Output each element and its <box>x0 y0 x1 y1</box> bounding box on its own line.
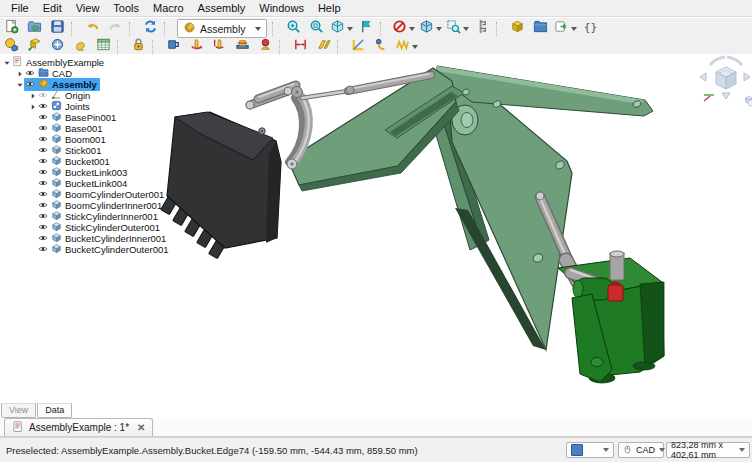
menu-view[interactable]: View <box>69 1 107 15</box>
expander-icon[interactable] <box>15 70 24 78</box>
open-document-button[interactable] <box>24 20 45 38</box>
status-bar: Preselected: AssemblyExample.Assembly.Bu… <box>0 437 752 462</box>
panel-tab-data[interactable]: Data <box>37 403 72 418</box>
visibility-eye-icon[interactable] <box>38 244 48 256</box>
joint-parallel-button[interactable] <box>313 38 334 56</box>
tree-item-assembly[interactable]: Assembly <box>2 79 197 90</box>
render-style-dropdown[interactable] <box>566 442 614 458</box>
toolbar-separator <box>337 40 345 54</box>
draw-style-button[interactable] <box>391 20 416 38</box>
part-icon <box>51 243 62 256</box>
redo-button[interactable] <box>105 20 126 38</box>
tab-close-icon[interactable]: ✕ <box>137 422 145 433</box>
panel-tab-view[interactable]: View <box>1 403 36 418</box>
freecad-window: FileEditViewToolsMacroAssemblyWindowsHel… <box>0 0 752 462</box>
svg-text:{}: {} <box>584 21 598 34</box>
bill-of-materials-button[interactable] <box>93 38 114 56</box>
view-dimensions-dropdown[interactable]: 823,28 mm x 402,61 mm <box>666 442 750 458</box>
measure-icon <box>475 19 490 38</box>
measure-button[interactable] <box>472 20 493 38</box>
grounded-lock-icon <box>608 283 623 302</box>
toolbar-separator <box>380 22 388 36</box>
assembly-workbench-icon <box>183 21 196 36</box>
menu-tools[interactable]: Tools <box>106 1 146 15</box>
zoom-selection-button[interactable] <box>445 20 470 38</box>
panel-tab-bar: ViewData <box>1 403 72 419</box>
chevron-down-icon <box>603 448 609 452</box>
zoom-fit-button[interactable] <box>306 20 327 38</box>
navigation-cube[interactable] <box>700 57 752 106</box>
undo-button[interactable] <box>82 20 103 38</box>
document-tab-label: AssemblyExample : 1* <box>29 422 129 433</box>
expander-icon[interactable] <box>2 59 11 67</box>
link-actions-button[interactable] <box>553 20 578 38</box>
render-style-icon <box>571 444 583 456</box>
visibility-eye-icon[interactable] <box>38 90 48 102</box>
preselection-status: Preselected: AssemblyExample.Assembly.Bu… <box>6 438 418 462</box>
navigation-style-dropdown[interactable]: CAD <box>618 442 664 458</box>
refresh-document-icon <box>143 19 158 38</box>
toggle-grounded-button[interactable] <box>128 38 149 56</box>
workbench-selector[interactable]: Assembly <box>177 19 267 38</box>
expression-editor-icon: {} <box>583 19 598 38</box>
document-tab[interactable]: AssemblyExample : 1* ✕ <box>4 418 153 436</box>
insert-component-button[interactable] <box>24 38 45 56</box>
joint-cylindrical-button[interactable] <box>209 38 230 56</box>
menu-assembly[interactable]: Assembly <box>191 1 253 15</box>
chevron-down-icon <box>571 27 577 31</box>
redo-icon <box>108 19 123 38</box>
view-flag-button[interactable] <box>356 20 377 38</box>
mouse-icon <box>623 444 632 457</box>
joint-perpendicular-button[interactable] <box>348 38 369 56</box>
solve-assembly-button[interactable] <box>47 38 68 56</box>
fit-all-icon <box>330 19 345 38</box>
create-part-button[interactable] <box>507 20 528 38</box>
joint-fixed-button[interactable] <box>163 38 184 56</box>
expander-icon[interactable] <box>28 103 37 111</box>
new-document-button[interactable] <box>1 20 22 38</box>
axonometric-view-button[interactable] <box>418 20 443 38</box>
joint-distance-button[interactable] <box>290 38 311 56</box>
zoom-selection-icon <box>446 19 461 38</box>
tree-item-origin[interactable]: Origin <box>2 90 197 101</box>
create-group-icon <box>533 19 548 38</box>
refresh-document-button[interactable] <box>140 20 161 38</box>
joint-revolute-button[interactable] <box>186 38 207 56</box>
menu-windows[interactable]: Windows <box>252 1 311 15</box>
base-part[interactable] <box>558 251 664 383</box>
toolbar-separator <box>117 40 125 54</box>
save-document-icon <box>50 19 65 38</box>
menu-help[interactable]: Help <box>311 1 348 15</box>
menu-edit[interactable]: Edit <box>36 1 69 15</box>
chevron-down-icon <box>409 27 415 31</box>
view-flag-icon <box>359 19 374 38</box>
visibility-eye-icon[interactable] <box>25 79 35 91</box>
create-assembly-button[interactable] <box>1 38 22 56</box>
joint-slider-button[interactable] <box>232 38 253 56</box>
expander-icon[interactable] <box>28 92 37 100</box>
tree-item-label: BucketCylinderOuter001 <box>65 244 169 255</box>
toolbar-separator <box>129 22 137 36</box>
save-document-button[interactable] <box>47 20 68 38</box>
link-actions-icon <box>554 19 569 38</box>
expression-editor-button[interactable]: {} <box>580 20 601 38</box>
toolbar-separator <box>272 22 280 36</box>
joint-ball-button[interactable] <box>255 38 276 56</box>
toolbar-separator <box>496 22 504 36</box>
fit-all-button[interactable] <box>329 20 354 38</box>
menu-macro[interactable]: Macro <box>146 1 191 15</box>
joint-angle-button[interactable] <box>371 38 392 56</box>
joint-rack-pinion-button[interactable] <box>394 38 419 56</box>
toggle-flexible-button[interactable] <box>70 38 91 56</box>
expander-icon[interactable] <box>15 81 24 89</box>
navigation-style-value: CAD <box>636 445 655 455</box>
menu-file[interactable]: File <box>4 1 36 15</box>
create-group-button[interactable] <box>530 20 551 38</box>
tree-item-bucketcylinderouter001[interactable]: BucketCylinderOuter001 <box>2 244 197 255</box>
document-icon <box>12 56 23 69</box>
view-dimensions-value: 823,28 mm x 402,61 mm <box>671 440 735 460</box>
toolbar-assembly <box>0 39 752 55</box>
toolbar-separator <box>279 40 287 54</box>
zoom-in-icon <box>286 19 301 38</box>
zoom-in-button[interactable] <box>283 20 304 38</box>
